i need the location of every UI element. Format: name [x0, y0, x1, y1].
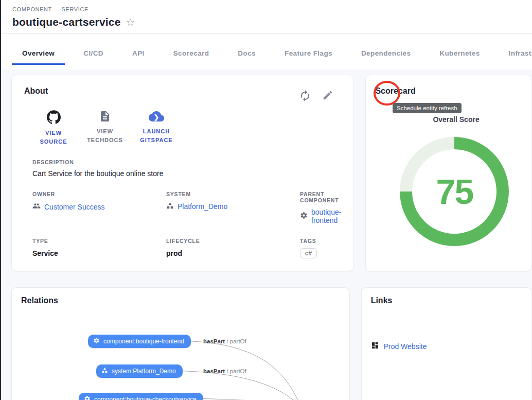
tab-scorecard[interactable]: Scorecard — [163, 43, 220, 65]
node-component-boutique-checkoutservice[interactable]: component:boutique-checkoutservice — [79, 393, 203, 400]
node-system-platform-demo[interactable]: system:Platform_Demo — [96, 364, 183, 378]
parent-component-link[interactable]: boutique-frontend — [311, 208, 341, 224]
view-techdocs-button[interactable]: VIEW TECHDOCS — [83, 110, 127, 146]
view-techdocs-label: VIEW TECHDOCS — [83, 127, 127, 144]
system-link[interactable]: Platform_Demo — [178, 202, 227, 211]
about-card-title: About — [24, 86, 48, 96]
system-icon — [166, 202, 174, 211]
link-row-prod-website: Prod Website — [371, 341, 522, 351]
prod-website-link[interactable]: Prod Website — [384, 342, 427, 351]
edge-label-haspart-1: hasPart / partOf — [203, 338, 246, 344]
owner-link[interactable]: Customer Success — [44, 203, 104, 211]
links-card-title: Links — [371, 296, 522, 305]
description-label: DESCRIPTION — [32, 159, 341, 165]
type-label: TYPE — [32, 238, 166, 244]
description-text: Cart Service for the boutique online sto… — [32, 169, 341, 178]
lifecycle-label: LIFECYCLE — [166, 238, 300, 244]
node-label: component:boutique-checkoutservice — [94, 396, 197, 400]
field-system: SYSTEM Platform_Demo — [166, 191, 300, 224]
refresh-button[interactable] — [299, 90, 311, 102]
view-source-button[interactable]: VIEW SOURCE — [31, 110, 76, 146]
tab-kubernetes[interactable]: Kubernetes — [429, 43, 490, 65]
owner-label: OWNER — [32, 191, 166, 197]
field-lifecycle: LIFECYCLE prod — [166, 238, 300, 258]
dashboard-grid-icon — [371, 341, 379, 351]
field-tags: TAGS c# — [300, 238, 341, 258]
field-owner: OWNER Customer Success — [32, 191, 166, 224]
score-value: 75 — [436, 171, 473, 212]
tags-label: TAGS — [300, 238, 341, 244]
view-source-label: VIEW SOURCE — [31, 129, 76, 146]
lifecycle-value: prod — [166, 249, 300, 257]
field-parent-component: PARENT COMPONENT boutique-frontend — [300, 191, 341, 224]
breadcrumb: COMPONENT — SERVICE — [12, 6, 532, 12]
page-header: COMPONENT — SERVICE boutique-cartservice… — [0, 0, 532, 34]
component-gear-icon — [84, 395, 91, 400]
tab-infrastructure[interactable]: Infrastructure — [499, 43, 532, 65]
nav-left-edge — [0, 0, 1, 400]
pencil-icon — [322, 95, 333, 102]
github-icon — [47, 110, 61, 126]
component-gear-icon — [300, 212, 308, 221]
tab-dependencies[interactable]: Dependencies — [351, 43, 421, 65]
tab-api[interactable]: API — [122, 43, 155, 65]
page-title: boutique-cartservice — [12, 16, 121, 28]
links-card: Links Prod Website — [361, 287, 532, 400]
node-label: system:Platform_Demo — [112, 368, 176, 375]
tabs-bar: Overview CI/CD API Scorecard Docs Featur… — [0, 34, 532, 69]
edge-label-haspart-2: hasPart / partOf — [203, 368, 246, 374]
component-gear-icon — [93, 337, 100, 345]
system-label: SYSTEM — [166, 191, 300, 197]
system-icon — [101, 367, 108, 375]
launch-gitspace-button[interactable]: ❯ LAUNCH GITSPACE — [134, 110, 179, 146]
techdocs-document-icon — [99, 110, 111, 124]
tab-feature-flags[interactable]: Feature Flags — [274, 43, 343, 65]
overall-score-label: Overall Score — [433, 115, 479, 124]
favorite-star-icon[interactable]: ☆ — [126, 17, 135, 27]
node-label: component:boutique-frontend — [103, 338, 184, 345]
edit-button[interactable] — [322, 90, 334, 102]
tab-overview[interactable]: Overview — [12, 43, 65, 65]
tooltip-schedule-entity-refresh: Schedule entity refresh — [393, 103, 462, 113]
relations-card: Relations hasPart / partOf hasPart / par… — [11, 287, 350, 400]
field-type: TYPE Service — [32, 238, 166, 258]
group-icon — [32, 202, 41, 212]
gitspace-cloud-icon: ❯ — [149, 110, 164, 124]
launch-gitspace-label: LAUNCH GITSPACE — [134, 127, 179, 144]
node-component-boutique-frontend[interactable]: component:boutique-frontend — [88, 335, 191, 348]
scorecard-card-title: Scorecard — [375, 86, 522, 96]
svg-text:❯: ❯ — [154, 114, 159, 121]
refresh-icon — [299, 96, 311, 103]
tab-cicd[interactable]: CI/CD — [73, 43, 114, 65]
about-card: About Schedule entity refresh — [11, 75, 354, 271]
score-ring: 75 — [400, 137, 509, 246]
tag-chip[interactable]: c# — [300, 248, 317, 258]
tab-docs[interactable]: Docs — [227, 43, 266, 65]
parent-component-label: PARENT COMPONENT — [300, 191, 341, 203]
type-value: Service — [32, 249, 166, 257]
